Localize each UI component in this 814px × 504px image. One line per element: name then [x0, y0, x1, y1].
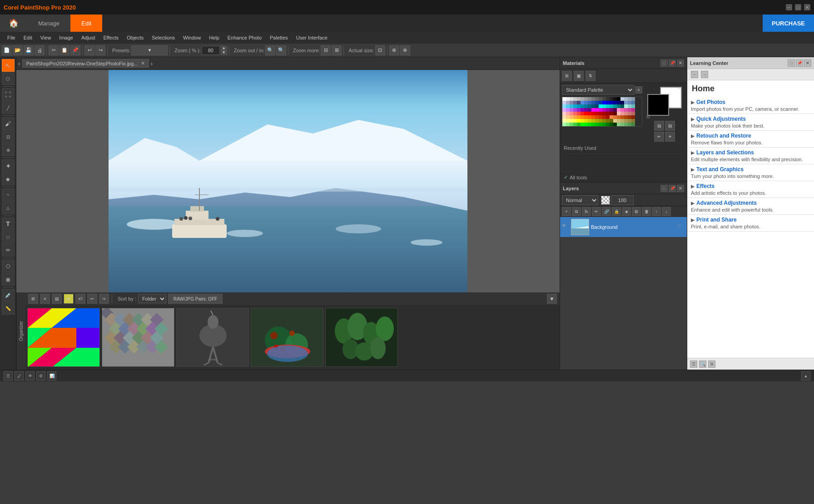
color-swatch[interactable]	[591, 115, 595, 119]
color-swatch[interactable]	[566, 119, 570, 123]
color-swatch[interactable]	[591, 104, 595, 108]
color-swatch[interactable]	[617, 115, 620, 119]
background-gradient-btn[interactable]: ▤	[665, 121, 675, 131]
materials-expand-btn[interactable]: □	[660, 59, 668, 67]
lc-back-btn[interactable]: ←	[691, 71, 698, 78]
layers-pin-btn[interactable]: 📌	[669, 185, 676, 192]
tool-crop[interactable]: ⛶	[2, 88, 15, 101]
thumb-2[interactable]	[102, 308, 174, 367]
palette-options-btn[interactable]: ≡	[635, 86, 642, 94]
color-swatch[interactable]	[595, 119, 599, 123]
menu-adjust[interactable]: Adjust	[78, 34, 99, 41]
color-swatch[interactable]	[573, 97, 577, 101]
color-swatch[interactable]	[610, 123, 613, 126]
zoom-down[interactable]: ▼	[221, 50, 227, 55]
tb-open[interactable]: 📂	[13, 45, 23, 55]
tb-extra2[interactable]: ⊗	[400, 45, 410, 55]
color-swatch[interactable]	[591, 101, 595, 104]
color-swatch[interactable]	[602, 115, 606, 119]
org-tb-color[interactable]: ★	[64, 294, 74, 304]
color-swatch[interactable]	[581, 104, 584, 108]
color-swatch[interactable]	[584, 108, 588, 112]
zoom-up[interactable]: ▲	[221, 46, 227, 50]
layers-expand-btn[interactable]: □	[660, 185, 668, 192]
mat-swatch-btn[interactable]: ▦	[574, 71, 584, 81]
status-btn-2[interactable]: 🖊	[15, 371, 24, 380]
lc-forward-btn[interactable]: →	[701, 71, 708, 78]
color-swatch[interactable]	[562, 115, 566, 119]
color-swatch[interactable]	[588, 112, 591, 115]
color-swatch[interactable]	[577, 108, 581, 112]
color-swatch[interactable]	[577, 101, 581, 104]
layers-blend-select[interactable]: Normal Multiply Screen	[562, 195, 598, 205]
color-swatch[interactable]	[610, 119, 613, 123]
layers-close-btn[interactable]: ✕	[677, 185, 684, 192]
color-swatch[interactable]	[581, 123, 584, 126]
palette-select[interactable]: Standard Palette	[562, 85, 634, 95]
layer-move-up-btn[interactable]: ↑	[652, 207, 661, 216]
color-swatch[interactable]	[566, 101, 570, 104]
color-swatch[interactable]	[599, 123, 602, 126]
color-swatch[interactable]	[628, 119, 631, 123]
swap-colors-btn[interactable]: ↔	[677, 85, 683, 91]
color-swatch[interactable]	[573, 101, 577, 104]
color-swatch[interactable]	[613, 104, 617, 108]
layer-move-down-btn[interactable]: ↓	[662, 207, 671, 216]
color-swatch[interactable]	[573, 108, 577, 112]
materials-pin-btn[interactable]: 📌	[669, 59, 676, 67]
color-swatch[interactable]	[566, 112, 570, 115]
color-swatch[interactable]	[584, 104, 588, 108]
color-swatch[interactable]	[584, 112, 588, 115]
lc-close-btn[interactable]: ✕	[804, 59, 811, 67]
color-swatch[interactable]	[595, 104, 599, 108]
color-swatch[interactable]	[566, 123, 570, 126]
lc-item-quick-adj[interactable]: ▶ Quick Adjustments Make your photos loo…	[687, 114, 814, 131]
zoom-input[interactable]	[202, 46, 220, 55]
color-swatch[interactable]	[628, 115, 631, 119]
lc-item-get-photos[interactable]: ▶ Get Photos Import photos from your PC,…	[687, 97, 814, 114]
layer-edit-btn[interactable]: ✏	[592, 207, 601, 216]
color-swatch[interactable]	[570, 104, 573, 108]
lc-item-retouch[interactable]: ▶ Retouch and Restore Remove flaws from …	[687, 131, 814, 148]
layer-blend-btn[interactable]: ◈	[622, 207, 631, 216]
file-tab-close[interactable]: ✕	[141, 60, 145, 66]
menu-effects[interactable]: Effects	[100, 34, 122, 41]
color-swatch[interactable]	[628, 108, 631, 112]
color-swatch[interactable]	[566, 97, 570, 101]
color-swatch[interactable]	[599, 108, 602, 112]
maximize-button[interactable]: □	[795, 4, 801, 10]
color-swatch[interactable]	[577, 112, 581, 115]
org-collapse[interactable]: ▼	[547, 294, 557, 304]
color-swatch[interactable]	[581, 101, 584, 104]
color-swatch[interactable]	[599, 97, 602, 101]
materials-close-btn[interactable]: ✕	[677, 59, 684, 67]
tool-gradient[interactable]: ▦	[2, 273, 15, 286]
color-swatch[interactable]	[591, 119, 595, 123]
tool-text[interactable]: T	[2, 217, 15, 230]
color-swatch[interactable]	[606, 97, 610, 101]
color-swatch[interactable]	[595, 101, 599, 104]
tool-measure[interactable]: 📏	[2, 302, 15, 315]
tool-straighten[interactable]: ╱	[2, 101, 15, 114]
color-swatch[interactable]	[613, 123, 617, 126]
organizer-side-label[interactable]: Organizer	[16, 292, 25, 370]
mat-grid-btn[interactable]: ⊞	[562, 71, 572, 81]
tb-save[interactable]: 💾	[24, 45, 34, 55]
status-btn-1[interactable]: ☰	[4, 371, 13, 380]
color-swatch[interactable]	[631, 108, 635, 112]
presets-dropdown[interactable]: ▼	[131, 45, 168, 55]
color-swatch[interactable]	[588, 123, 591, 126]
color-swatch[interactable]	[624, 115, 628, 119]
color-swatch[interactable]	[610, 108, 613, 112]
color-swatch[interactable]	[588, 115, 591, 119]
color-swatch[interactable]	[617, 104, 620, 108]
menu-help[interactable]: Help	[205, 34, 223, 41]
color-swatch[interactable]	[602, 119, 606, 123]
color-swatch[interactable]	[584, 101, 588, 104]
color-swatch[interactable]	[562, 104, 566, 108]
color-swatch[interactable]	[631, 123, 635, 126]
color-swatch[interactable]	[606, 123, 610, 126]
layer-fx-btn[interactable]: fx	[582, 207, 591, 216]
tb-new[interactable]: 📄	[2, 45, 12, 55]
tb-cut[interactable]: ✂	[49, 45, 59, 55]
